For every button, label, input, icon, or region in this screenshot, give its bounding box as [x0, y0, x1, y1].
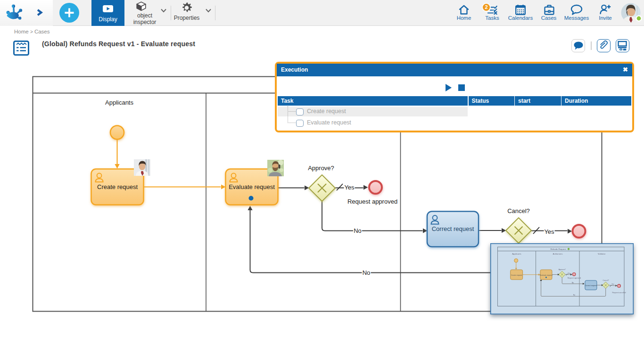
svg-text:No: No — [572, 282, 574, 284]
svg-text:Cancel?: Cancel? — [603, 280, 609, 281]
svg-text:Applicants: Applicants — [105, 99, 133, 106]
svg-text:Create request: Create request — [511, 274, 522, 276]
svg-text:No: No — [354, 227, 362, 234]
svg-text:Approve?: Approve? — [559, 269, 566, 271]
svg-text:Request approved: Request approved — [347, 198, 397, 205]
svg-text:Validator: Validator — [598, 253, 606, 255]
svg-text:Authorizers: Authorizers — [553, 253, 562, 255]
svg-text:Applicants: Applicants — [512, 253, 521, 255]
svg-text:Refunds Request: Refunds Request — [550, 248, 566, 250]
svg-text:No: No — [363, 269, 371, 276]
svg-text:Evaluate request: Evaluate request — [540, 274, 553, 276]
svg-text:Yes: Yes — [544, 228, 554, 235]
svg-text:Evaluate request: Evaluate request — [229, 183, 275, 190]
svg-text:Approve?: Approve? — [308, 165, 334, 172]
svg-text:Request approved: Request approved — [568, 277, 581, 279]
svg-text:Correct request: Correct request — [585, 285, 597, 287]
svg-text:Yes: Yes — [611, 283, 614, 285]
svg-text:Create request: Create request — [97, 183, 138, 190]
svg-text:Correct request: Correct request — [432, 225, 474, 232]
svg-text:Request cancelled: Request cancelled — [612, 292, 626, 294]
svg-text:No: No — [573, 294, 576, 296]
svg-text:Cancel?: Cancel? — [507, 207, 530, 214]
svg-text:Yes: Yes — [344, 184, 355, 191]
svg-text:Yes: Yes — [568, 272, 570, 274]
